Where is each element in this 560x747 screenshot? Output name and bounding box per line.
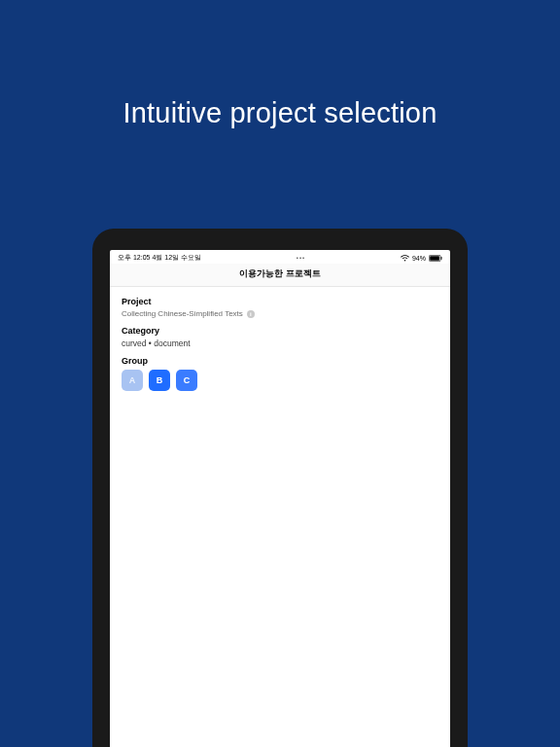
battery-icon (429, 255, 442, 262)
tablet-frame: 오후 12:05 4월 12일 수요일 ••• 94% 이용가능한 프로젝트 P… (92, 229, 468, 747)
category-label: Category (122, 326, 438, 336)
wifi-icon (401, 255, 409, 262)
group-label: Group (122, 356, 438, 366)
battery-percent: 94% (412, 255, 426, 262)
nav-bar-title: 이용가능한 프로젝트 (110, 264, 450, 287)
project-label: Project (122, 297, 438, 306)
status-bar: 오후 12:05 4월 12일 수요일 ••• 94% (110, 250, 450, 264)
svg-rect-2 (440, 256, 441, 259)
content-area: Project Collecting Chinese-Simplified Te… (110, 287, 450, 401)
svg-rect-1 (430, 256, 439, 261)
category-value: curved • document (122, 338, 438, 348)
project-value-text: Collecting Chinese-Simplified Texts (122, 309, 243, 318)
status-time-date: 오후 12:05 4월 12일 수요일 (118, 253, 201, 263)
group-button-b[interactable]: B (149, 370, 170, 391)
info-icon[interactable]: i (247, 310, 255, 318)
status-time: 오후 12:05 (118, 254, 150, 261)
status-date: 4월 12일 수요일 (152, 254, 201, 261)
status-right: 94% (401, 255, 442, 262)
tablet-screen: 오후 12:05 4월 12일 수요일 ••• 94% 이용가능한 프로젝트 P… (110, 250, 450, 747)
group-button-a[interactable]: A (122, 370, 143, 391)
project-row[interactable]: Collecting Chinese-Simplified Texts i (122, 309, 438, 318)
group-button-row: A B C (122, 370, 438, 391)
marketing-headline: Intuitive project selection (0, 97, 560, 129)
status-center-dots: ••• (297, 255, 305, 261)
group-button-c[interactable]: C (176, 370, 197, 391)
